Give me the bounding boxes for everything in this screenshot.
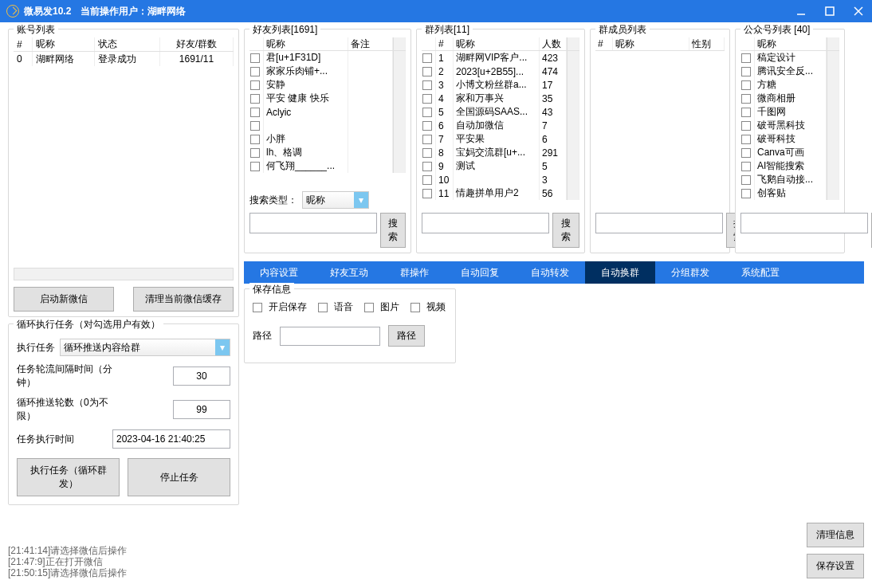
account-table[interactable]: # 昵称 状态 好友/群数 0 湖畔网络 登录成功 1691/11 [14,37,234,268]
public-row[interactable]: Canva可画 [740,146,839,159]
task-exec-label: 执行任务 [17,341,55,355]
start-wechat-button[interactable]: 启动新微信 [14,287,114,312]
groups-panel: 群列表[11] #昵称人数1湖畔网VIP客户...42322023[u+2B55… [416,29,585,253]
friends-list[interactable]: 昵称备注君[u+1F31D]家家乐肉铺+...安静平安 健康 快乐Aclyic小… [249,37,406,187]
public-row[interactable]: 千图网 [740,105,839,119]
group-row[interactable]: 4家和万事兴35 [422,92,579,105]
tab-0[interactable]: 内容设置 [244,261,314,284]
account-panel: 账号列表 # 昵称 状态 好友/群数 0 湖畔网络 登录成功 1691/11 启… [8,29,239,317]
group-row[interactable]: 7平安果6 [422,132,579,146]
scrollbar[interactable] [567,37,579,50]
path-label: 路径 [253,329,272,343]
group-row[interactable]: 1湖畔网VIP客户...423 [422,51,579,65]
group-row[interactable]: 6自动加微信7 [422,119,579,132]
friends-search-input[interactable] [249,213,377,233]
groups-list[interactable]: #昵称人数1湖畔网VIP客户...42322023[u+2B55]...4743… [422,37,579,210]
friend-row[interactable]: Aclyic [249,105,406,119]
log-output: [21:41:14]请选择微信后操作[21:47:9]正在打开微信[21:50:… [8,545,127,578]
public-row[interactable]: 微商相册 [740,92,839,105]
task-select[interactable]: 循环推送内容给群 ▾ [60,339,230,356]
col-nick: 昵称 [33,37,95,51]
groups-search-button[interactable]: 搜索 [552,213,579,248]
rounds-input[interactable] [173,400,230,419]
group-row[interactable]: 5全国源码SAAS...43 [422,105,579,119]
video-checkbox[interactable]: 视频 [410,300,446,314]
public-row[interactable]: 破哥黑科技 [740,119,839,132]
scrollbar[interactable] [827,37,839,50]
group-row[interactable]: 8宝妈交流群[u+...291 [422,146,579,159]
friend-row[interactable] [249,119,406,132]
maximize-button[interactable] [823,4,837,18]
search-type-select[interactable]: 昵称 ▾ [302,191,369,209]
voice-checkbox[interactable]: 语音 [318,300,353,314]
public-row[interactable]: 方糖 [740,78,839,92]
friends-search-button[interactable]: 搜索 [380,213,406,248]
friend-row[interactable]: 平安 健康 快乐 [249,92,406,105]
chevron-down-icon: ▾ [354,192,368,208]
public-search-input[interactable] [740,213,868,233]
task-panel: 循环执行任务（对勾选用户有效） 执行任务 循环推送内容给群 ▾ 任务轮流间隔时间… [8,323,239,505]
public-row[interactable]: 飞鹅自动接... [740,173,839,186]
close-button[interactable] [851,4,866,18]
public-panel: 公众号列表 [40] 昵称稿定设计腾讯安全反...方糖微商相册千图网破哥黑科技破… [735,29,845,253]
public-row[interactable]: AI智能搜索 [740,159,839,173]
groups-legend: 群列表[11] [422,23,473,37]
save-legend: 保存信息 [249,283,294,296]
tab-5[interactable]: 自动换群 [585,261,655,284]
tab-3[interactable]: 自动回复 [445,261,515,284]
exec-time-input[interactable] [112,429,230,449]
group-row[interactable]: 103 [422,173,579,186]
scrollbar[interactable] [393,37,406,50]
task-legend: 循环执行任务（对勾选用户有效） [14,318,163,331]
groups-search-input[interactable] [422,213,549,233]
members-list[interactable]: # 昵称 性别 [595,37,725,210]
friend-row[interactable]: 安静 [249,78,406,92]
friend-row[interactable]: 君[u+1F31D] [249,51,406,65]
save-settings-button[interactable]: 保存设置 [807,554,864,578]
path-button[interactable]: 路径 [388,325,425,347]
col-status: 状态 [95,37,160,51]
tab-7[interactable]: 系统配置 [725,261,795,284]
public-legend: 公众号列表 [40] [740,23,813,37]
minimize-button[interactable] [794,4,808,18]
search-type-label: 搜索类型： [249,194,297,207]
image-checkbox[interactable]: 图片 [364,300,399,314]
interval-input[interactable] [173,367,230,386]
members-search-input[interactable] [595,213,723,233]
clear-cache-button[interactable]: 清理当前微信缓存 [133,287,234,312]
group-row[interactable]: 3小博文粉丝群a...17 [422,78,579,92]
public-row[interactable]: 腾讯安全反... [740,65,839,78]
run-task-button[interactable]: 执行任务（循环群发） [17,458,120,496]
public-row[interactable]: 破哥科技 [740,132,839,146]
public-row[interactable]: 创客贴 [740,186,839,200]
friend-row[interactable]: 小胖 [249,132,406,146]
rounds-label: 循环推送轮数（0为不限） [17,396,120,423]
tab-6[interactable]: 分组群发 [655,261,725,284]
interval-label: 任务轮流间隔时间（分钟） [17,363,120,390]
group-row[interactable]: 22023[u+2B55]...474 [422,65,579,78]
friends-legend: 好友列表[1691] [249,23,320,37]
public-row[interactable]: 稿定设计 [740,51,839,65]
chevron-down-icon: ▾ [215,339,230,355]
account-legend: 账号列表 [14,23,58,37]
group-row[interactable]: 11情趣拼单用户256 [422,186,579,200]
tab-4[interactable]: 自动转发 [515,261,585,284]
exec-time-label: 任务执行时间 [17,433,74,446]
svg-rect-1 [826,7,834,15]
tab-1[interactable]: 好友互动 [314,261,384,284]
stop-task-button[interactable]: 停止任务 [128,458,230,496]
public-list[interactable]: 昵称稿定设计腾讯安全反...方糖微商相册千图网破哥黑科技破哥科技Canva可画A… [740,37,839,210]
enable-save-checkbox[interactable]: 开启保存 [253,300,307,314]
friend-row[interactable]: 家家乐肉铺+... [249,65,406,78]
current-user: 当前操作用户：湖畔网络 [81,5,186,18]
horizontal-scrollbar[interactable] [14,268,234,280]
clear-info-button[interactable]: 清理信息 [807,523,864,547]
app-title: 微易发10.2 [24,5,71,18]
friend-row[interactable]: 何飞翔______... [249,159,406,173]
tab-2[interactable]: 群操作 [384,261,445,284]
account-row[interactable]: 0 湖畔网络 登录成功 1691/11 [14,52,234,66]
path-input[interactable] [280,327,380,346]
friend-row[interactable]: lh、格调 [249,146,406,159]
col-index: # [14,37,33,51]
group-row[interactable]: 9测试5 [422,159,579,173]
